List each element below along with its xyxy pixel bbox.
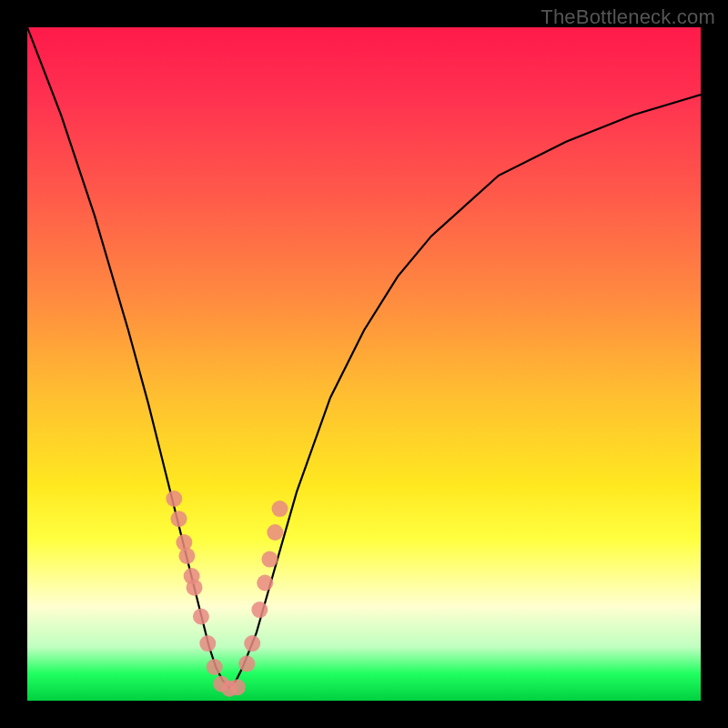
marker-point [257, 575, 273, 592]
marker-point [171, 511, 187, 527]
bottleneck-curve [27, 27, 701, 687]
marker-point [199, 635, 216, 652]
marker-point [187, 580, 203, 596]
marker-point [176, 534, 192, 551]
marker-point [272, 500, 288, 517]
marker-point [166, 490, 182, 507]
marker-point [193, 609, 209, 625]
marker-point [261, 551, 278, 568]
marker-group [166, 490, 288, 697]
chart-svg [27, 27, 701, 701]
marker-point [207, 659, 223, 675]
marker-point [229, 679, 246, 695]
plot-area [27, 27, 701, 701]
marker-point [178, 548, 195, 564]
watermark-text: TheBottleneck.com [541, 5, 715, 29]
marker-point [238, 655, 255, 672]
marker-point [251, 602, 268, 618]
marker-point [244, 635, 260, 652]
marker-point [267, 524, 283, 541]
